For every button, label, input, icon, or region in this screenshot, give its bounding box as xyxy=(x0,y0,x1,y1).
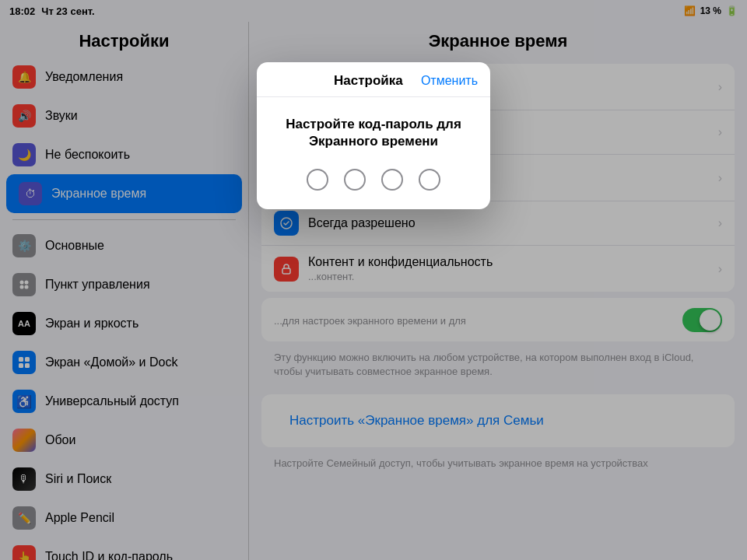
modal-subtitle: Настройте код-пароль для Экранного време… xyxy=(269,116,478,150)
pin-dot-4 xyxy=(419,169,440,191)
pin-dot-1 xyxy=(307,169,328,191)
pin-dot-3 xyxy=(381,169,403,191)
modal-overlay: Настройка Отменить Настройте код-пароль … xyxy=(0,0,747,560)
pin-dots-row xyxy=(269,169,478,191)
modal-body: Настройте код-пароль для Экранного време… xyxy=(257,97,490,209)
passcode-modal: Настройка Отменить Настройте код-пароль … xyxy=(257,62,490,209)
modal-header: Настройка Отменить xyxy=(257,62,490,97)
modal-title: Настройка xyxy=(334,73,403,89)
modal-cancel-button[interactable]: Отменить xyxy=(421,74,478,88)
pin-dot-2 xyxy=(344,169,366,191)
